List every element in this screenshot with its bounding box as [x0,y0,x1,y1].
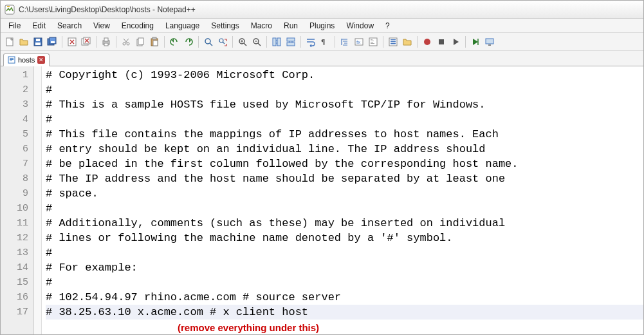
line-number: 9 [1,186,28,201]
svg-rect-43 [486,39,493,44]
code-line[interactable]: # [46,245,643,260]
menu-edit[interactable]: Edit [27,20,51,32]
line-number: 16 [1,290,28,305]
svg-rect-35 [371,42,373,43]
save-all-icon[interactable] [46,35,59,48]
sync-v-icon[interactable] [270,35,283,48]
line-number: 12 [1,231,28,245]
app-icon [5,5,15,15]
code-line[interactable]: # [46,82,643,97]
menu-help[interactable]: ? [380,20,395,32]
code-line[interactable]: # be placed in the first column followed… [46,157,643,171]
close-all-icon[interactable] [80,35,93,48]
new-file-icon[interactable] [3,35,16,48]
svg-rect-26 [277,38,281,46]
cut-icon[interactable] [120,35,133,48]
wordwrap-icon[interactable] [304,35,317,48]
menu-language[interactable]: Language [160,20,205,32]
tab-hosts[interactable]: hosts ✕ [3,53,50,66]
window-title: C:\Users\LivingDesktop\Desktop\hosts - N… [19,5,196,14]
toolbar-separator [96,36,97,48]
menu-encoding[interactable]: Encoding [116,20,159,32]
svg-rect-40 [391,43,396,44]
record-macro-icon[interactable] [421,35,434,48]
print-icon[interactable] [100,35,113,48]
svg-rect-19 [152,37,156,39]
menu-run[interactable]: Run [279,20,303,32]
annotation-text: (remove everything under this) [178,322,319,333]
toolbar-separator [383,36,383,48]
code-line[interactable]: # This is a sample HOSTS file used by Mi… [46,97,643,112]
stop-macro-icon[interactable] [435,35,448,48]
svg-rect-46 [10,58,14,59]
svg-rect-12 [104,38,108,41]
indent-guide-icon[interactable] [338,35,351,48]
copy-icon[interactable] [134,35,147,48]
menu-plugins[interactable]: Plugins [304,20,340,32]
run-icon[interactable] [469,35,482,48]
svg-point-41 [424,39,430,45]
line-number: 1 [1,68,28,82]
svg-rect-17 [138,38,143,44]
code-area[interactable]: # Copyright (c) 1993-2006 Microsoft Corp… [42,66,643,334]
svg-text:¶: ¶ [321,38,326,46]
line-number: 10 [1,201,28,216]
line-number: 3 [1,97,28,112]
code-line[interactable]: # entry should be kept on an individual … [46,142,643,157]
play-macro-icon[interactable] [449,35,462,48]
toolbar-separator [465,36,466,48]
svg-rect-36 [371,43,374,44]
code-line[interactable]: # 102.54.94.97 rhino.acme.com # source s… [46,290,643,305]
menu-search[interactable]: Search [52,20,87,32]
code-line[interactable]: # The IP address and the host name shoul… [46,171,643,186]
code-line[interactable]: # [46,275,643,290]
code-line[interactable]: # Additionally, comments (such as these)… [46,216,643,231]
code-line[interactable]: # lines or following the machine name de… [46,231,643,245]
replace-icon[interactable] [216,35,229,48]
paste-icon[interactable] [148,35,161,48]
tab-close-icon[interactable]: ✕ [37,56,45,64]
toolbar: ¶fx [1,33,643,51]
menu-settings[interactable]: Settings [206,20,244,32]
menu-file[interactable]: File [3,20,26,32]
func-list-icon[interactable] [387,35,400,48]
svg-text:fx: fx [356,39,360,45]
redo-icon[interactable] [182,35,195,48]
menu-macro[interactable]: Macro [246,20,277,32]
svg-rect-48 [10,61,12,61]
toolbar-separator [164,36,165,48]
line-number-gutter: 1234567891011121314151617 [1,66,34,334]
code-line[interactable]: # For example: [46,260,643,275]
toolbar-separator [198,36,199,48]
code-line[interactable]: # Copyright (c) 1993-2006 Microsoft Corp… [46,68,643,82]
menu-view[interactable]: View [88,20,115,32]
save-icon[interactable] [32,35,44,48]
line-number: 14 [1,260,28,275]
doc-map-icon[interactable] [367,35,380,48]
code-line[interactable]: # [46,201,643,216]
code-line[interactable]: # space. [46,186,643,201]
line-number: 4 [1,112,28,127]
line-number: 17 [1,305,28,320]
folder-icon[interactable] [401,35,414,48]
zoom-out-icon[interactable] [250,35,263,48]
code-line[interactable]: # This file contains the mappings of IP … [46,127,643,142]
sync-h-icon[interactable] [284,35,297,48]
zoom-in-icon[interactable] [236,35,249,48]
code-line[interactable]: # 38.25.63.10 x.acme.com # x client host [46,305,643,320]
code-line[interactable]: # [46,112,643,127]
editor[interactable]: 1234567891011121314151617 # Copyright (c… [1,66,643,334]
close-icon[interactable] [66,35,78,48]
svg-rect-7 [51,41,55,43]
svg-rect-42 [439,39,444,44]
open-file-icon[interactable] [17,35,30,48]
find-icon[interactable] [202,35,215,48]
titlebar: C:\Users\LivingDesktop\Desktop\hosts - N… [1,1,643,19]
undo-icon[interactable] [168,35,181,48]
line-number: 6 [1,142,28,157]
lang-icon[interactable]: fx [353,35,365,48]
menu-window[interactable]: Window [341,20,379,32]
svg-point-21 [205,39,210,44]
monitor-icon[interactable] [483,35,496,48]
show-all-chars-icon[interactable]: ¶ [318,35,331,48]
